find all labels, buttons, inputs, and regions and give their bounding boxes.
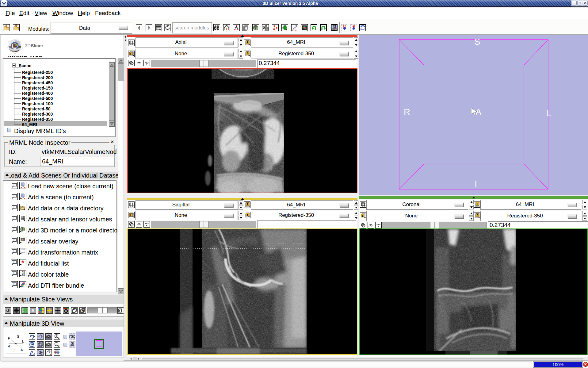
svg-text:L: L — [130, 53, 132, 56]
svg-text:R: R — [8, 344, 10, 348]
svg-text:Registered-100: Registered-100 — [22, 101, 53, 106]
svg-text:F: F — [247, 203, 248, 206]
svg-text:F: F — [247, 41, 248, 44]
svg-text:B: B — [247, 213, 249, 217]
svg-text:L: L — [362, 215, 364, 218]
svg-text:B: B — [82, 310, 83, 312]
svg-text:B: B — [247, 52, 249, 55]
svg-text:Registered-400: Registered-400 — [22, 91, 53, 96]
svg-text:Registered-450: Registered-450 — [22, 80, 53, 85]
svg-text:F: F — [477, 203, 478, 206]
svg-text:Registered-200: Registered-200 — [22, 75, 53, 80]
svg-text:P: P — [8, 336, 10, 340]
svg-text:B: B — [477, 214, 479, 217]
svg-text:Registered-50: Registered-50 — [22, 106, 51, 111]
svg-text:I: I — [475, 179, 477, 189]
svg-text:I: I — [13, 349, 14, 352]
svg-text:A: A — [21, 348, 23, 352]
svg-text:Registered-150: Registered-150 — [22, 86, 53, 90]
svg-text:L: L — [22, 339, 24, 343]
svg-text:F: F — [119, 309, 121, 312]
svg-text:L: L — [130, 214, 132, 217]
svg-text:64_MRI: 64_MRI — [22, 122, 37, 127]
svg-text:Registered-250: Registered-250 — [22, 70, 53, 75]
svg-text:Registered-350: Registered-350 — [22, 117, 53, 122]
svg-text:Registered-500: Registered-500 — [22, 96, 53, 101]
svg-text:S: S — [474, 37, 480, 47]
svg-text:Scene: Scene — [19, 63, 31, 68]
svg-text:R: R — [404, 107, 410, 117]
svg-text:S: S — [17, 335, 19, 338]
svg-text:L: L — [547, 108, 552, 118]
svg-text:Registered-300: Registered-300 — [22, 112, 53, 117]
